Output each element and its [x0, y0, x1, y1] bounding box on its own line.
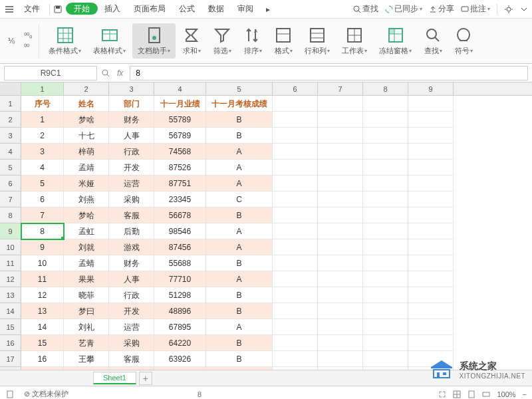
cell[interactable] [318, 223, 363, 239]
cell[interactable] [273, 207, 318, 223]
cell[interactable] [363, 112, 408, 128]
cell[interactable]: 梦哈 [64, 207, 109, 223]
cell[interactable] [318, 319, 363, 335]
row-header[interactable]: 3 [0, 128, 21, 144]
cell[interactable]: A [206, 223, 273, 239]
cell[interactable] [318, 112, 363, 128]
cell[interactable]: 米娅 [64, 176, 109, 192]
menu-tab-2[interactable]: 页面布局 [127, 2, 172, 15]
col-header[interactable]: 8 [363, 82, 408, 95]
cell[interactable] [408, 192, 454, 207]
cell[interactable]: 64220 [154, 335, 206, 351]
cell[interactable]: 张飞 [64, 367, 109, 370]
row-header[interactable]: 12 [0, 271, 21, 287]
cell[interactable]: 孟虹 [64, 223, 109, 239]
cell[interactable] [318, 351, 363, 367]
search-menu[interactable]: 查找 [353, 3, 378, 15]
cell[interactable] [408, 160, 454, 176]
cell[interactable]: 人事 [109, 271, 154, 287]
cell[interactable] [318, 367, 363, 370]
menu-tab-5[interactable]: 审阅 [231, 2, 260, 15]
ribbon-filter[interactable]: 筛选▾ [207, 23, 237, 59]
col-header[interactable]: 2 [64, 82, 109, 95]
col-header[interactable]: 7 [318, 82, 363, 95]
col-header[interactable]: 6 [273, 82, 318, 95]
cell[interactable]: 63926 [154, 351, 206, 367]
cell[interactable]: 6 [21, 192, 64, 207]
cell[interactable] [273, 96, 318, 112]
row-header[interactable]: 9 [0, 223, 21, 239]
cell[interactable]: B [206, 128, 273, 144]
cell[interactable]: 刘燕 [64, 192, 109, 207]
cell[interactable] [363, 223, 408, 239]
row-header[interactable]: 13 [0, 287, 21, 303]
cell[interactable]: B [206, 287, 273, 303]
col-header[interactable]: 9 [408, 82, 454, 95]
cell[interactable]: 56789 [154, 128, 206, 144]
cell[interactable]: 部门 [109, 96, 154, 112]
row-header[interactable]: 10 [0, 239, 21, 255]
add-sheet-button[interactable]: + [139, 372, 152, 385]
sheet-tab-active[interactable]: Sheet1 [93, 372, 136, 384]
ribbon-symbol[interactable]: 符号▾ [449, 23, 478, 59]
cell[interactable] [363, 351, 408, 367]
cell[interactable]: 9 [21, 239, 64, 255]
cell[interactable] [273, 192, 318, 207]
cell[interactable] [273, 239, 318, 255]
cell[interactable]: 15 [21, 335, 64, 351]
ribbon-search[interactable]: 查找▾ [418, 23, 448, 59]
cell[interactable] [363, 192, 408, 207]
cell[interactable] [408, 128, 454, 144]
cell[interactable] [273, 223, 318, 239]
cell[interactable] [318, 207, 363, 223]
cell[interactable]: A [206, 144, 273, 160]
cell[interactable] [363, 144, 408, 160]
cell[interactable] [318, 144, 363, 160]
cell[interactable]: 行政 [109, 287, 154, 303]
cell[interactable]: A [206, 176, 273, 192]
cell[interactable] [318, 128, 363, 144]
cell[interactable]: 98546 [154, 223, 206, 239]
row-header[interactable]: 7 [0, 192, 21, 207]
cell[interactable] [408, 271, 454, 287]
cell[interactable] [318, 176, 363, 192]
cell[interactable]: 51298 [154, 287, 206, 303]
cell[interactable]: 游戏 [109, 239, 154, 255]
cell[interactable]: A [206, 319, 273, 335]
cell[interactable]: 王攀 [64, 351, 109, 367]
save-icon[interactable] [53, 4, 63, 15]
cell[interactable] [363, 128, 408, 144]
share-button[interactable]: 分享 [429, 3, 454, 15]
cell[interactable]: 74568 [154, 144, 206, 160]
cell[interactable]: 56678 [154, 207, 206, 223]
cell[interactable]: B [206, 255, 273, 271]
cell[interactable]: 68990 [154, 367, 206, 370]
spreadsheet-grid[interactable]: 123456789 1序号姓名部门十一月业绩十一月考核成绩21梦啥财务55789… [0, 82, 532, 370]
cell[interactable] [408, 335, 454, 351]
view-grid-icon[interactable] [453, 390, 461, 398]
cell[interactable]: A [206, 271, 273, 287]
cell[interactable]: 运营 [109, 319, 154, 335]
decimal-increase[interactable]: ⁰⁰₀ [24, 31, 32, 40]
ribbon-doc[interactable]: 文档助手▾ [132, 23, 176, 59]
cell[interactable]: 8 [21, 223, 64, 239]
cell[interactable]: 77710 [154, 271, 206, 287]
decimal-decrease[interactable]: ⁰⁰ [24, 43, 32, 51]
cell[interactable] [318, 160, 363, 176]
cell[interactable] [408, 207, 454, 223]
cell[interactable]: 开发 [109, 303, 154, 319]
row-header[interactable]: 4 [0, 144, 21, 160]
cell[interactable]: 17 [21, 367, 64, 370]
cell[interactable] [363, 303, 408, 319]
settings-icon[interactable] [504, 5, 513, 14]
col-header[interactable]: 3 [109, 82, 154, 95]
row-header[interactable]: 8 [0, 207, 21, 223]
menu-tab-3[interactable]: 公式 [172, 2, 201, 15]
cell[interactable]: 55688 [154, 255, 206, 271]
cell[interactable]: 67895 [154, 319, 206, 335]
comment-button[interactable]: 批注▾ [461, 3, 490, 15]
cell[interactable] [273, 351, 318, 367]
cell[interactable] [273, 335, 318, 351]
cell[interactable] [363, 367, 408, 370]
col-header[interactable]: 4 [154, 82, 206, 95]
